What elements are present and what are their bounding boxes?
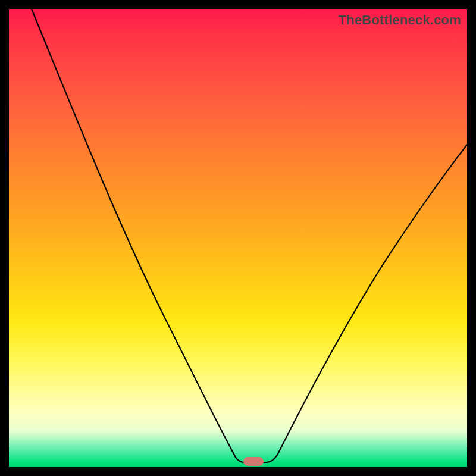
- bottleneck-curve: [9, 9, 467, 467]
- bottleneck-curve-left: [32, 9, 245, 462]
- optimal-point-marker: [243, 457, 264, 466]
- bottleneck-curve-right: [266, 145, 467, 462]
- chart-plot-area: TheBottleneck.com: [9, 9, 467, 467]
